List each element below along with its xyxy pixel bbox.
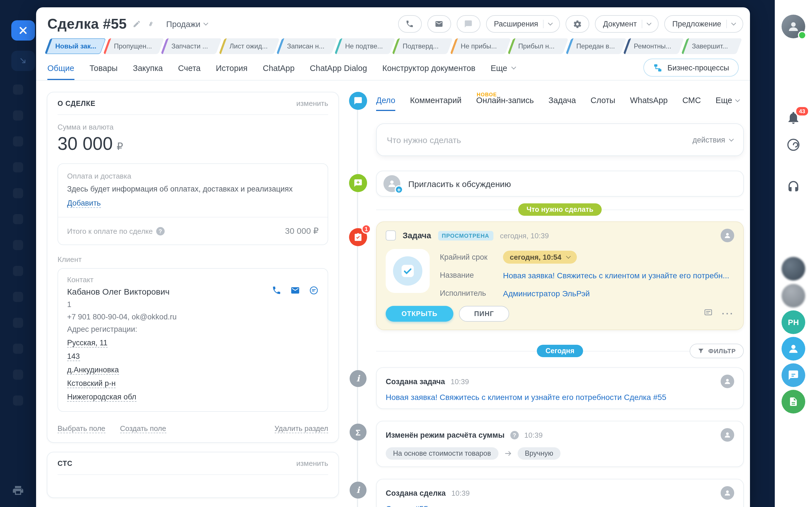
help-icon[interactable]: ? [156, 227, 165, 235]
stage-chip-new[interactable]: Новый зак... [45, 38, 106, 54]
timeline-tab-task[interactable]: Задача [548, 96, 576, 111]
select-field-link[interactable]: Выбрать поле [57, 424, 105, 433]
timeline-tab-sms[interactable]: СМС [682, 96, 701, 111]
tab-chatapp[interactable]: ChatApp [263, 59, 295, 80]
stage-chip-booked[interactable]: Записан н... [276, 38, 337, 54]
edit-title-icon[interactable] [133, 20, 141, 28]
more-icon[interactable]: ··· [722, 311, 734, 317]
task-name-link[interactable]: Новая заявка! Свяжитесь с клиентом и узн… [503, 271, 734, 280]
extensions-button[interactable]: Расширения [486, 15, 560, 33]
tab-chatapp-dialog[interactable]: ChatApp Dialog [310, 59, 367, 80]
sts-panel: СТС изменить [47, 452, 339, 498]
deal-amount[interactable]: 30 000 [57, 133, 113, 154]
stage-chip-noshow[interactable]: Не прибы... [450, 38, 510, 54]
invite-icon [349, 174, 367, 192]
sidebar-menu-icon [13, 266, 23, 276]
entry-task-link[interactable]: Новая заявка! Свяжитесь с клиентом и узн… [386, 393, 734, 402]
chat-button[interactable] [457, 15, 480, 33]
deadline-pill[interactable]: сегодня, 10:54 [503, 251, 576, 264]
notifications-bell-icon[interactable]: 43 [786, 110, 801, 125]
call-button[interactable] [398, 15, 422, 33]
timeline-tab-activity[interactable]: Дело [376, 96, 395, 111]
composer-input[interactable] [387, 135, 686, 145]
chat-bot-avatar[interactable] [781, 363, 805, 387]
minimize-slider-button[interactable] [11, 51, 35, 71]
close-slider-button[interactable] [11, 20, 35, 41]
author-avatar[interactable] [721, 486, 734, 500]
booking-avatar[interactable] [781, 337, 805, 360]
recent-chat-avatar-initials[interactable]: РН [781, 311, 805, 334]
timeline-tab-online-booking[interactable]: НОВОЕ Онлайн-запись [476, 96, 534, 111]
task-card[interactable]: Задача ПРОСМОТРЕНА сегодня, 10:39 [376, 221, 744, 330]
add-payment-link[interactable]: Добавить [67, 199, 101, 208]
open-task-button[interactable]: ОТКРЫТЬ [386, 306, 453, 322]
right-sidebar: 43 РН [775, 0, 812, 507]
task-type: Задача [403, 231, 431, 240]
business-process-button[interactable]: Бизнес-процессы [643, 59, 739, 76]
timeline-tab-whatsapp[interactable]: WhatsApp [630, 96, 668, 111]
edit-section-link[interactable]: изменить [296, 459, 328, 467]
tab-doc-builder[interactable]: Конструктор документов [382, 59, 475, 80]
filter-button[interactable]: ФИЛЬТР [690, 344, 744, 358]
funnel-icon [698, 348, 704, 354]
contact-name[interactable]: Кабанов Олег Викторович [67, 287, 169, 296]
help-icon[interactable]: ? [510, 431, 519, 439]
email-button[interactable] [427, 15, 451, 33]
stage-chip-handed[interactable]: Передан в... [565, 38, 626, 54]
tab-purchase[interactable]: Закупка [133, 59, 163, 80]
author-avatar[interactable] [721, 229, 734, 242]
printer-icon[interactable] [12, 485, 24, 499]
contact-call-icon[interactable] [272, 286, 282, 295]
tab-history[interactable]: История [216, 59, 248, 80]
recent-chat-avatar[interactable] [781, 284, 805, 307]
profile-avatar[interactable] [781, 15, 805, 38]
delete-section-link[interactable]: Удалить раздел [274, 424, 328, 433]
entry-deal-link[interactable]: Сделка #55 [386, 504, 734, 507]
tab-more[interactable]: Еще [491, 59, 515, 80]
comment-icon[interactable] [704, 308, 713, 320]
contact-phone-email[interactable]: +7 901 800-90-04, ok@okkod.ru [67, 313, 319, 321]
copy-link-icon[interactable] [147, 20, 155, 28]
address-line: д.Анкудиновка [67, 365, 319, 374]
support-icon[interactable] [786, 179, 801, 196]
entry-card[interactable]: Создана сделка 10:39 Сделка #55 [376, 479, 744, 507]
task-checkbox[interactable] [386, 230, 396, 240]
stage-chip-unconfirmed[interactable]: Не подтве... [334, 38, 395, 54]
stage-chip-finished[interactable]: Завершит... [681, 38, 742, 54]
pipeline-selector[interactable]: Продажи [166, 19, 208, 29]
timeline-tab-slots[interactable]: Слоты [591, 96, 615, 111]
entry-card[interactable]: Изменён режим расчёта суммы ? 10:39 На о… [376, 421, 744, 467]
stage-chip-repair[interactable]: Ремонтны... [623, 38, 684, 54]
contact-email-icon[interactable] [290, 286, 300, 295]
ping-button[interactable]: ПИНГ [459, 306, 509, 322]
copilot-icon[interactable] [786, 137, 801, 154]
stage-chip-arrived[interactable]: Прибыл н... [507, 38, 568, 54]
stage-chip-waitlist[interactable]: Лист ожид... [218, 38, 279, 54]
author-avatar[interactable] [721, 375, 734, 388]
tab-invoices[interactable]: Счета [178, 59, 201, 80]
author-avatar[interactable] [721, 428, 734, 442]
entry-card[interactable]: Создана задача 10:39 Новая заявка! Свяжи… [376, 367, 744, 409]
assignee-link[interactable]: Администратор ЭльРэй [503, 289, 734, 298]
deadline-label: Крайний срок [440, 253, 503, 262]
tab-products[interactable]: Товары [89, 59, 117, 80]
stage-chip-missed[interactable]: Пропущен... [103, 38, 163, 54]
invite-to-discussion[interactable]: + Пригласить к обсуждению [376, 171, 744, 196]
document-bot-avatar[interactable] [781, 390, 805, 413]
composer-actions-dropdown[interactable]: действия [693, 135, 733, 144]
recent-chat-avatar[interactable] [781, 257, 805, 281]
left-sidebar [0, 0, 36, 507]
tab-general[interactable]: Общие [47, 59, 74, 80]
invite-row: + Пригласить к обсуждению [376, 171, 744, 196]
create-field-link[interactable]: Создать поле [120, 424, 166, 433]
timeline-tab-comment[interactable]: Комментарий [410, 96, 462, 111]
timeline-tab-more[interactable]: Еще [716, 96, 740, 111]
stage-chip-confirmed[interactable]: Подтверд... [392, 38, 453, 54]
settings-button[interactable] [566, 15, 590, 33]
stage-chip-parts[interactable]: Запчасти ... [161, 38, 221, 54]
offer-button[interactable]: Предложение [665, 15, 743, 33]
contact-card: Контакт Кабанов Олег Викторович 1 +7 901… [57, 268, 328, 412]
edit-section-link[interactable]: изменить [296, 99, 328, 108]
document-button[interactable]: Документ [595, 15, 659, 33]
contact-chat-icon[interactable] [309, 286, 319, 295]
